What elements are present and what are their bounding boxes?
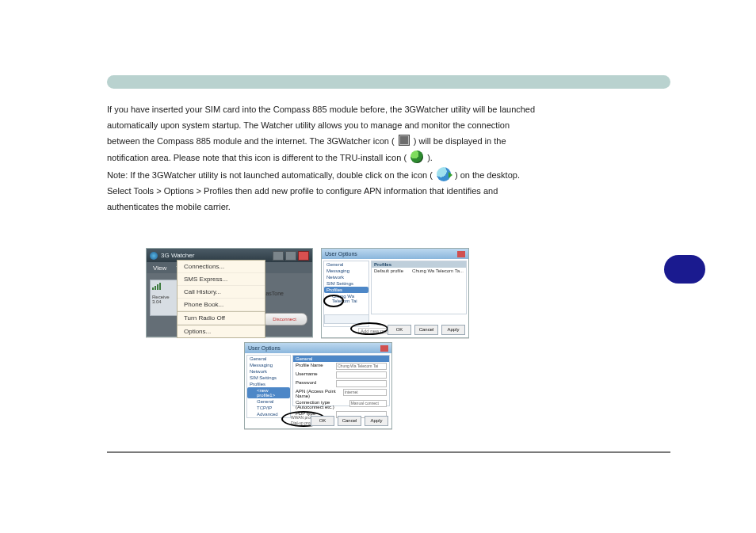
tree-item-messaging[interactable]: Messaging [247,362,290,368]
text-line: Select Tools > Options > Profiles then a… [107,185,670,198]
form-row: Connection type (Autoconnect etc.) Manua… [293,399,389,410]
username-field[interactable] [336,371,387,379]
text-span: ). [427,153,433,162]
menu-item-connections[interactable]: Connections... [178,261,265,273]
text-line: Note: If the 3GWatcher utility is not la… [107,167,670,182]
tree-item-network[interactable]: Network [324,274,368,280]
screenshot-user-options-profiles: User Options General Messaging Network S… [321,248,469,338]
text-line: notification area. Please note that this… [107,150,670,165]
field-label: APN (Access Point Name) [296,389,343,398]
profile-toolbar [324,314,369,324]
tree-item-new-profile[interactable]: <new profile1> [247,387,290,398]
field-label: Username [296,371,318,379]
signal-bar-icon [159,283,161,290]
tru-install-icon [410,150,423,163]
close-icon[interactable] [457,251,465,257]
horizontal-rule [107,451,670,453]
tree-item-messaging[interactable]: Messaging [324,268,368,274]
menu-item-sms-express[interactable]: SMS Express... [178,273,265,286]
disconnect-button[interactable]: Disconnect [262,313,307,326]
text-line: automatically upon system startup. The W… [107,119,670,132]
signal-bar-icon [155,286,156,290]
field-label: Profile Name [296,363,323,370]
field-label: Connection type (Autoconnect etc.) [296,400,349,409]
tree-item-sub-tcpip[interactable]: TCP/IP [247,405,290,411]
general-panel: General Profile Name Chung Wa Telecom Ta… [292,355,390,406]
default-profile-row: Default profile Chung Wa Telecom Ta... [372,268,466,274]
tree-item-profiles[interactable]: Profiles [247,381,290,387]
tree-item-sim-settings[interactable]: SIM Settings [324,280,368,287]
options-tree: General Messaging Network SIM Settings P… [246,355,291,418]
text-span: ) will be displayed in the [414,136,506,146]
tree-item-profiles[interactable]: Profiles [324,287,368,293]
text-line: between the Compass 885 module and the i… [107,135,670,148]
tools-menu-dropdown: Connections... SMS Express... Call Histo… [177,260,265,338]
text-span: Note: If the 3GWatcher utility is not la… [107,170,433,180]
screenshot-3g-watcher: 3G Watcher View Tools Help [146,248,313,337]
field-label: Password [296,380,316,387]
window-buttons [273,251,309,261]
text-line: If you have inserted your SIM card into … [107,103,670,116]
dialog-buttons: OK Cancel Apply [311,416,388,426]
window-title: 3G Watcher [161,252,194,259]
panel-header: Profiles [372,261,466,268]
tree-item-sub-general[interactable]: General [247,398,290,405]
minimize-button[interactable] [273,251,284,261]
menu-item-call-history[interactable]: Call History... [178,286,265,299]
close-icon[interactable] [380,345,388,352]
app-icon [150,252,158,260]
page: If you have inserted your SIM card into … [0,0,756,533]
side-pill-button[interactable] [664,255,705,284]
menu-item-options[interactable]: Options... [178,325,265,337]
profiles-panel: Profiles Default profile Chung Wa Teleco… [371,261,467,314]
tree-item-sub-advanced[interactable]: Advanced [247,411,290,417]
apply-button[interactable]: Apply [365,416,388,426]
cancel-button[interactable]: Cancel [414,325,438,335]
form-row: Password [293,379,389,388]
text-span: between the Compass 885 module and the i… [107,136,395,146]
text-span: ) on the desktop. [455,170,520,180]
text-line: authenticates the mobile carrier. [107,200,670,214]
signal-bar-icon [157,284,158,290]
menu-item-phone-book[interactable]: Phone Book... [178,299,265,311]
apply-button[interactable]: Apply [441,325,465,335]
cancel-button[interactable]: Cancel [338,416,361,426]
instruction-text: If you have inserted your SIM card into … [107,103,670,216]
ok-button[interactable]: OK [311,416,334,426]
form-row: APN (Access Point Name) internet [293,388,389,399]
dialog-buttons: OK Cancel Apply [388,325,465,335]
signal-panel: Receive 3.04 [150,280,180,316]
dialog-titlebar: User Options [245,343,391,353]
tree-item-network[interactable]: Network [247,368,290,375]
menu-view[interactable]: View [153,265,166,272]
panel-header: General [293,356,389,362]
dialog-title: User Options [248,345,281,351]
watcher-desktop-icon [437,167,451,181]
signal-bar-icon [152,287,154,290]
tree-item-general[interactable]: General [247,356,290,362]
screenshot-user-options-general: User Options General Messaging Network S… [244,342,392,429]
form-row: Username [293,371,389,379]
row-label: Default profile [374,268,403,273]
text-span: notification area. Please note that this… [107,153,409,162]
apn-field[interactable]: internet [343,389,387,396]
connection-type-field[interactable]: Manual connect [349,400,387,407]
form-row: Profile Name Chung Wa Telecom Tai [293,362,389,371]
maximize-button[interactable] [285,251,296,261]
signal-value: 3.04 [152,299,162,304]
tree-item-general[interactable]: General [324,261,368,268]
menu-item-turn-radio-off[interactable]: Turn Radio Off [178,311,265,325]
tree-item-profile-entry[interactable]: Chung Wa Telecom Tai [324,293,368,304]
section-banner [107,75,670,89]
dialog-title: User Options [325,251,357,257]
tree-item-sim-settings[interactable]: SIM Settings [247,375,290,381]
row-value: Chung Wa Telecom Ta... [412,268,464,273]
ok-button[interactable]: OK [388,325,411,335]
profile-name-field[interactable]: Chung Wa Telecom Tai [336,363,387,370]
watcher-tray-icon [399,135,410,146]
close-button[interactable] [298,251,309,261]
password-field[interactable] [336,380,387,387]
dialog-titlebar: User Options [322,249,468,259]
